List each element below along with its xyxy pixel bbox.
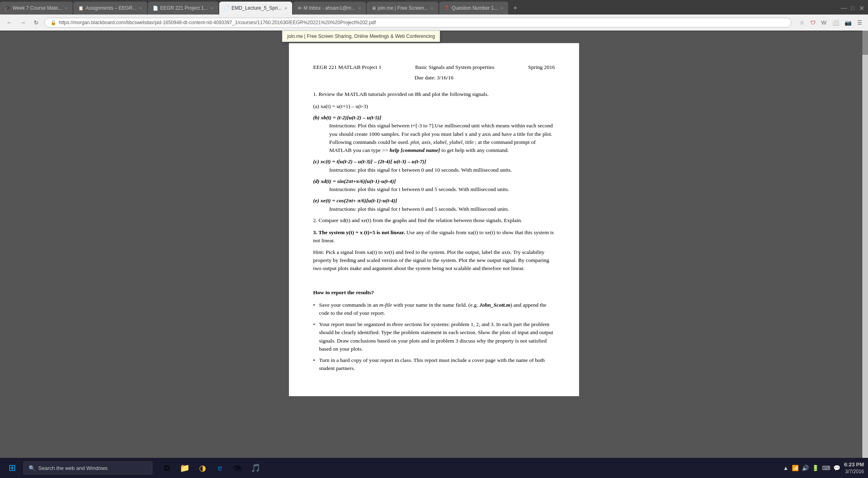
media-button[interactable]: 🎵 <box>247 460 264 476</box>
doc-header: EEGR 221 MATLAB Project 1 Basic Signals … <box>313 63 555 71</box>
doc-item1c-instructions: Instructions: plot this signal for t bet… <box>329 166 555 174</box>
tab-close-inbox[interactable]: ✕ <box>358 6 361 10</box>
forward-button[interactable]: → <box>18 18 28 27</box>
adblock-icon[interactable]: 🛡 <box>809 19 817 27</box>
tab-close-assignments[interactable]: ✕ <box>139 6 142 10</box>
doc-how-to: How to report the results? • Save your c… <box>313 289 555 372</box>
edge-button[interactable]: e <box>212 460 228 476</box>
bullet-sym-1: • <box>313 301 315 318</box>
bullet-item-2: • Your report must be organized in three… <box>313 320 555 353</box>
search-icon: 🔍 <box>29 465 35 471</box>
tab-inbox[interactable]: ✉ M Inbox - ahsam1@m... ✕ <box>293 2 365 15</box>
doc-title: Basic Signals and System properties <box>415 63 494 71</box>
tab-close-week7[interactable]: ✕ <box>64 6 68 10</box>
bullet-sym-3: • <box>313 356 315 373</box>
file-explorer-icon: 📁 <box>180 463 190 473</box>
start-button[interactable]: ⊞ <box>4 460 20 476</box>
bullet-text-1: Save your commands in an m-file with you… <box>319 301 555 318</box>
toolbar-icons: ☆ 🛡 W ⬜ 📷 ☰ <box>798 19 864 27</box>
doc-item3-hint: Hint: Pick a signal from xa(t) to xe(t) … <box>313 248 555 273</box>
how-to-title: How to report the results? <box>313 289 555 297</box>
store-button[interactable]: 🛍 <box>230 460 246 476</box>
ssl-icon: 🔒 <box>50 20 56 25</box>
battery-icon[interactable]: 🔋 <box>812 465 819 471</box>
new-tab-button[interactable]: + <box>509 2 521 15</box>
tab-icon-week7: 🎓 <box>5 6 10 11</box>
system-clock[interactable]: 6:23 PM 3/7/2016 <box>844 461 864 475</box>
network-icon[interactable]: ▲ <box>783 465 789 471</box>
tab-icon-joinme: 🖥 <box>372 6 376 10</box>
doc-item3: 3. The system y(t) = x (t)+5 is not line… <box>313 229 555 272</box>
doc-item1d-label: (d) xd(t) = sin(2πt+π/6)[u(t-1)-u(t-4)] <box>313 178 396 184</box>
clock-time: 6:23 PM <box>844 461 864 468</box>
tab-icon-project: 📄 <box>153 6 158 11</box>
reload-button[interactable]: ↻ <box>31 18 41 27</box>
bullet-text-3: Turn in a hard copy of your report in cl… <box>319 356 555 373</box>
bookmark-star-icon[interactable]: ☆ <box>798 19 806 27</box>
window-controls: — □ ✕ <box>841 2 868 15</box>
tab-close-joinme[interactable]: ✕ <box>430 6 434 10</box>
taskbar: ⊞ 🔍 Search the web and Windows ⧉ 📁 ◑ e 🛍… <box>0 458 868 478</box>
taskbar-search-box[interactable]: 🔍 Search the web and Windows <box>23 461 152 474</box>
tab-week7[interactable]: 🎓 Week 7 Course Mate... ✕ <box>0 2 73 15</box>
doc-item1b-instructions: Instructions: Plot this signal between t… <box>329 122 555 154</box>
windows-logo-icon: ⊞ <box>8 463 16 473</box>
ext2-icon[interactable]: ⬜ <box>831 19 841 27</box>
doc-item3-label: 3. The system y(t) = x (t)+5 is not line… <box>313 229 554 243</box>
taskbar-app-icons: ⧉ 📁 ◑ e 🛍 🎵 <box>159 460 264 476</box>
tab-question[interactable]: ❓ Question Number 1... ✕ <box>439 2 508 15</box>
doc-item1c-label: (c) xc(t) = t[u(t-2) – u(t-3)] – (2t-4)[… <box>313 158 426 164</box>
task-view-icon: ⧉ <box>164 463 170 473</box>
tab-icon-assignments: 📋 <box>78 6 84 11</box>
doc-item1a: (a) xa(t) = u(t+1) – u(t-3) <box>313 102 555 110</box>
notification-icon[interactable]: 💬 <box>833 465 840 471</box>
scrollbar[interactable] <box>862 31 868 458</box>
search-placeholder-text: Search the web and Windows <box>38 465 108 471</box>
doc-item1e-instructions: Instructions: plot this signal for t bet… <box>329 205 555 213</box>
ext3-icon[interactable]: 📷 <box>843 19 853 27</box>
doc-item1e-label: (e) xe(t) = cos(2πt+ π/6)[u(t-1)-u(t-4)] <box>313 197 397 204</box>
chrome-icon: ◑ <box>199 463 206 473</box>
tab-close-question[interactable]: ✕ <box>500 6 503 10</box>
tab-close-project[interactable]: ✕ <box>210 6 214 10</box>
tab-close-emd[interactable]: ✕ <box>284 6 287 10</box>
menu-icon[interactable]: ☰ <box>856 19 864 27</box>
clock-date: 3/7/2016 <box>844 468 864 475</box>
ext1-icon[interactable]: W <box>820 19 828 27</box>
joinme-tooltip: join.me | Free Screen Sharing, Online Me… <box>282 31 440 42</box>
tab-assignments[interactable]: 📋 Assignments – EEGR... ✕ <box>73 2 147 15</box>
wifi-icon[interactable]: 📶 <box>792 465 799 471</box>
minimize-button[interactable]: — <box>841 5 847 11</box>
tab-project[interactable]: 📄 EEGR 221 Project 1... ✕ <box>148 2 218 15</box>
doc-item1b-label: (b) xb(t) = (t-2)[u(t-2) – u(t-5)] <box>313 114 381 121</box>
close-button[interactable]: ✕ <box>858 5 865 11</box>
speaker-icon[interactable]: 🔊 <box>802 465 809 471</box>
document-paper: EEGR 221 MATLAB Project 1 Basic Signals … <box>289 43 579 396</box>
doc-semester: Spring 2016 <box>528 63 555 71</box>
bullet-item-1: • Save your commands in an m-file with y… <box>313 301 555 318</box>
doc-course-title: EEGR 221 MATLAB Project 1 <box>313 63 382 71</box>
scrollbar-thumb[interactable] <box>862 31 868 55</box>
tab-emd-active[interactable]: 📄 EMD_Lecture_5_Spri... ✕ <box>219 2 293 15</box>
back-button[interactable]: ← <box>4 18 15 27</box>
doc-item2: 2. Compare xd(t) and xe(t) from the grap… <box>313 216 555 224</box>
tab-bar: 🎓 Week 7 Course Mate... ✕ 📋 Assignments … <box>0 0 868 15</box>
keyboard-icon[interactable]: ⌨ <box>822 465 830 471</box>
chrome-button[interactable]: ◑ <box>194 460 210 476</box>
tab-icon-emd: 📄 <box>224 6 230 11</box>
tab-icon-question: ❓ <box>444 6 450 11</box>
doc-item1d-instructions: Instructions: plot this signal for t bet… <box>329 185 555 193</box>
taskbar-right: ▲ 📶 🔊 🔋 ⌨ 💬 6:23 PM 3/7/2016 <box>783 461 864 475</box>
url-input[interactable]: 🔒 https://morgan.blackboard.com/bbcswebd… <box>44 18 791 27</box>
file-explorer-button[interactable]: 📁 <box>177 460 193 476</box>
doc-item1e: (e) xe(t) = cos(2πt+ π/6)[u(t-1)-u(t-4)]… <box>313 197 555 213</box>
doc-item1d: (d) xd(t) = sin(2πt+π/6)[u(t-1)-u(t-4)] … <box>313 177 555 194</box>
bullet-sym-2: • <box>313 320 315 353</box>
task-view-button[interactable]: ⧉ <box>159 460 175 476</box>
system-tray: ▲ 📶 🔊 🔋 ⌨ 💬 <box>783 465 840 471</box>
maximize-button[interactable]: □ <box>849 5 856 11</box>
media-icon: 🎵 <box>251 463 261 473</box>
tab-joinme[interactable]: 🖥 join.me | Free Screen... ✕ <box>367 2 439 15</box>
doc-item1-intro: 1. Review the MATLAB tutorials provided … <box>313 90 555 98</box>
doc-due-date: Due date: 3/16/16 <box>313 74 555 82</box>
